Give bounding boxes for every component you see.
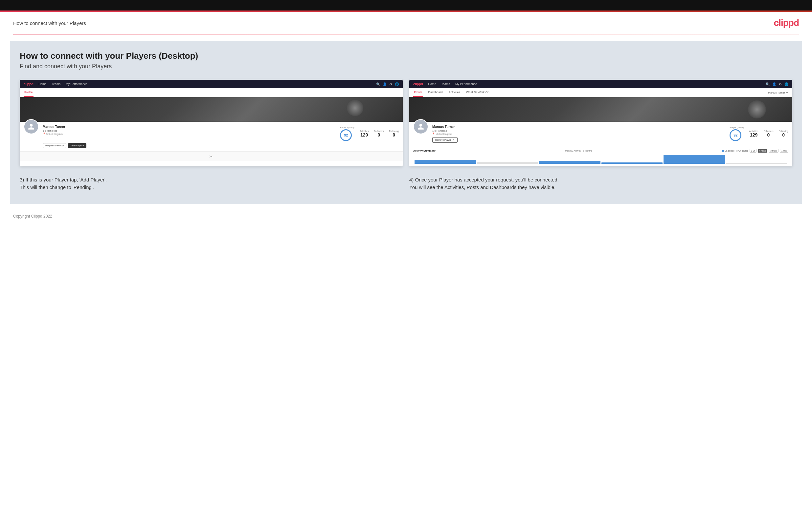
user-icon-left[interactable]: 👤 xyxy=(383,82,387,86)
location-icon-right: 📍 xyxy=(432,132,435,135)
bar-5 xyxy=(664,155,725,164)
mock-nav-performance-left[interactable]: My Performance xyxy=(66,82,87,86)
following-stat-right: Following 0 xyxy=(778,130,789,137)
legend-off-course: Off course xyxy=(736,150,748,152)
search-icon-left[interactable]: 🔍 xyxy=(376,82,380,86)
mock-tabs-left: Profile xyxy=(20,88,403,97)
settings-icon-right[interactable]: ⚙ xyxy=(779,82,782,86)
quality-stat-right: Player Quality 92 xyxy=(729,126,744,141)
tab-what-to-work-right[interactable]: What To Work On xyxy=(465,88,490,97)
top-bar xyxy=(0,0,812,10)
mock-profile-left: Marcus Turner 1-5 Handicap 📍 United King… xyxy=(20,122,403,151)
mock-banner-left xyxy=(20,97,403,122)
main-content: How to connect with your Players (Deskto… xyxy=(10,41,802,204)
mock-nav-home-left[interactable]: Home xyxy=(39,82,46,86)
location-icon-left: 📍 xyxy=(43,132,46,135)
mock-profile-inner-left: Marcus Turner 1-5 Handicap 📍 United King… xyxy=(23,125,399,148)
mock-profile-right: Marcus Turner 1-5 Handicap 📍 United King… xyxy=(409,122,792,146)
copyright: Copyright Clippd 2022 xyxy=(13,214,52,219)
activity-header: Activity Summary Monthly Activity · 6 Mo… xyxy=(413,149,789,153)
player-location-left: 📍 United Kingdom xyxy=(43,132,65,135)
mock-tab-items-right: Profile Dashboard Activities What To Wor… xyxy=(413,88,768,97)
mock-nav-left: clippd Home Teams My Performance 🔍 👤 ⚙ 🌐 xyxy=(20,80,403,88)
mock-activity-right: Activity Summary Monthly Activity · 6 Mo… xyxy=(409,146,792,166)
description-left-text: 3) If this is your Player tap, 'Add Play… xyxy=(20,177,107,190)
activities-stat-left: Activities 129 xyxy=(360,130,369,137)
tab-activities-right[interactable]: Activities xyxy=(448,88,461,97)
mock-banner-right xyxy=(409,97,792,122)
mock-profile-inner-right: Marcus Turner 1-5 Handicap 📍 United King… xyxy=(413,125,789,143)
screenshot-right: clippd Home Teams My Performance 🔍 👤 ⚙ 🌐… xyxy=(409,80,792,166)
mock-logo-right: clippd xyxy=(413,82,423,86)
remove-player-button[interactable]: Remove Player ✕ xyxy=(432,137,458,143)
add-player-button[interactable]: Add Player + xyxy=(68,143,86,148)
description-right: 4) Once your Player has accepted your re… xyxy=(409,176,792,191)
period-1mth[interactable]: 1 mth xyxy=(780,149,789,153)
bar-1 xyxy=(414,160,476,164)
profile-info-left: Marcus Turner 1-5 Handicap 📍 United King… xyxy=(43,125,399,148)
mock-nav-home-right[interactable]: Home xyxy=(428,82,436,86)
avatar-left xyxy=(23,119,39,134)
request-follow-button[interactable]: Request to Follow xyxy=(43,143,66,148)
player-handicap-right: 1-5 Handicap xyxy=(432,129,458,132)
bar-6 xyxy=(726,163,788,164)
globe-icon-left[interactable]: 🌐 xyxy=(395,82,399,86)
player-name-right: Marcus Turner xyxy=(432,125,458,129)
mock-logo-left: clippd xyxy=(23,82,33,86)
followers-stat-right: Followers 0 xyxy=(763,130,773,137)
activity-title: Activity Summary xyxy=(413,149,436,152)
player-details-left: Marcus Turner 1-5 Handicap 📍 United King… xyxy=(43,125,65,135)
tab-profile-right[interactable]: Profile xyxy=(413,88,423,97)
page-title: How to connect with your Players (Deskto… xyxy=(20,51,792,61)
period-3mths[interactable]: 3 mths xyxy=(769,149,778,153)
header: How to connect with your Players clippd xyxy=(0,12,812,34)
mock-stats-right: Player Quality 92 Activities 129 Followe… xyxy=(729,125,789,141)
bar-2 xyxy=(477,162,539,164)
bar-4 xyxy=(601,162,663,164)
mock-nav-icons-right: 🔍 👤 ⚙ 🌐 xyxy=(766,82,789,86)
mock-nav-right: clippd Home Teams My Performance 🔍 👤 ⚙ 🌐 xyxy=(409,80,792,88)
player-location-right: 📍 United Kingdom xyxy=(432,132,458,135)
bar-3 xyxy=(539,161,601,164)
activity-subtitle: Monthly Activity · 6 Months xyxy=(565,150,592,152)
on-course-dot xyxy=(722,150,724,152)
close-icon: ✕ xyxy=(452,138,455,142)
off-course-dot xyxy=(736,150,738,152)
mock-stats-left: Player Quality 92 Activities 129 Followe… xyxy=(340,125,399,141)
profile-info-right: Marcus Turner 1-5 Handicap 📍 United King… xyxy=(432,125,789,143)
mock-nav-teams-right[interactable]: Teams xyxy=(441,82,450,86)
legend-on-course: On course xyxy=(722,150,734,152)
quality-circle-right: 92 xyxy=(729,129,742,141)
avatar-right xyxy=(413,119,428,134)
header-divider xyxy=(13,34,799,35)
mock-tabs-right: Profile Dashboard Activities What To Wor… xyxy=(409,88,792,97)
screenshot-left: clippd Home Teams My Performance 🔍 👤 ⚙ 🌐… xyxy=(20,80,403,166)
tab-dashboard-right[interactable]: Dashboard xyxy=(428,88,444,97)
mock-chart xyxy=(413,154,789,164)
period-6mths[interactable]: 6 mths xyxy=(758,149,768,153)
quality-stat-left: Player Quality 92 xyxy=(340,126,354,141)
description-right-text: 4) Once your Player has accepted your re… xyxy=(409,177,559,190)
activity-controls: On course Off course 1 yr 6 mths 3 mths … xyxy=(722,149,789,153)
period-1yr[interactable]: 1 yr xyxy=(750,149,757,153)
page-subtitle: Find and connect with your Players xyxy=(20,63,792,70)
mock-buttons-left: Request to Follow Add Player + xyxy=(43,143,399,148)
user-dropdown[interactable]: Marcus Turner ▼ xyxy=(768,91,789,94)
user-icon-right[interactable]: 👤 xyxy=(772,82,776,86)
search-icon-right[interactable]: 🔍 xyxy=(766,82,770,86)
player-name-left: Marcus Turner xyxy=(43,125,65,129)
following-stat-left: Following 0 xyxy=(389,130,399,137)
followers-stat-left: Followers 0 xyxy=(374,130,384,137)
footer: Copyright Clippd 2022 xyxy=(0,211,812,224)
description-left: 3) If this is your Player tap, 'Add Play… xyxy=(20,176,403,191)
activities-stat-right: Activities 129 xyxy=(749,130,758,137)
quality-circle-left: 92 xyxy=(340,129,352,141)
settings-icon-left[interactable]: ⚙ xyxy=(389,82,392,86)
globe-icon-right[interactable]: 🌐 xyxy=(784,82,789,86)
player-details-right: Marcus Turner 1-5 Handicap 📍 United King… xyxy=(432,125,458,143)
breadcrumb: How to connect with your Players xyxy=(13,20,86,26)
tab-profile-left[interactable]: Profile xyxy=(23,88,34,97)
mock-nav-teams-left[interactable]: Teams xyxy=(52,82,60,86)
mock-nav-performance-right[interactable]: My Performance xyxy=(455,82,477,86)
mock-nav-icons-left: 🔍 👤 ⚙ 🌐 xyxy=(376,82,399,86)
